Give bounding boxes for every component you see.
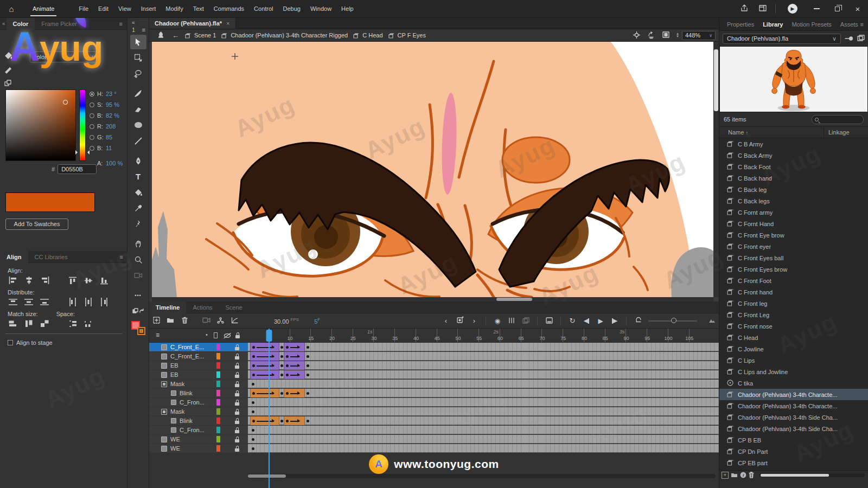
layer-name-cell[interactable]: EB bbox=[149, 361, 248, 370]
zoom-level-dropdown[interactable]: 448% ∨ bbox=[682, 31, 716, 40]
timeline-layer-row[interactable]: Mask bbox=[149, 380, 719, 388]
frames-track[interactable] bbox=[248, 435, 719, 444]
frames-track[interactable] bbox=[248, 398, 719, 407]
swap-colors-icon[interactable] bbox=[4, 80, 13, 87]
lock-icon[interactable] bbox=[234, 400, 240, 406]
scrollbar-thumb[interactable] bbox=[714, 49, 718, 111]
camera-tool[interactable] bbox=[130, 268, 146, 282]
color-type-dropdown[interactable]: color ∨ bbox=[30, 52, 99, 62]
color-value-field[interactable]: 208 bbox=[106, 123, 116, 130]
name-column-header[interactable]: Name ↑ bbox=[728, 129, 748, 136]
oval-tool[interactable] bbox=[130, 118, 146, 132]
menu-item[interactable]: Insert bbox=[136, 0, 161, 18]
lock-icon[interactable] bbox=[234, 354, 240, 359]
menu-item[interactable]: File bbox=[74, 0, 93, 18]
lock-icon[interactable] bbox=[234, 427, 240, 433]
timeline-layer-row[interactable]: C_Fron... bbox=[149, 398, 719, 407]
menu-item[interactable]: Control bbox=[249, 0, 278, 18]
lock-icon[interactable] bbox=[234, 409, 240, 415]
lock-icon[interactable] bbox=[234, 390, 240, 396]
layer-name-cell[interactable]: C_Fron... bbox=[149, 398, 248, 407]
line-tool[interactable] bbox=[130, 133, 146, 148]
library-item-row[interactable]: C Back Army bbox=[719, 150, 868, 161]
color-value-field[interactable]: 11 bbox=[106, 145, 112, 151]
timeline-layer-row[interactable]: WE bbox=[149, 444, 719, 453]
library-item-row[interactable]: C Front Eyes brow bbox=[719, 264, 868, 275]
slider-knob[interactable] bbox=[671, 318, 676, 323]
layer-color-chip[interactable] bbox=[216, 390, 220, 396]
swap-reset-colors[interactable] bbox=[130, 304, 146, 318]
timeline-layer-row[interactable]: C_Front_E... bbox=[149, 343, 719, 351]
fluid-brush-tool[interactable] bbox=[130, 86, 146, 101]
radio-button[interactable] bbox=[90, 124, 94, 129]
new-folder-button[interactable] bbox=[731, 472, 738, 479]
eraser-tool[interactable] bbox=[130, 102, 146, 117]
menu-item[interactable]: Debug bbox=[278, 0, 305, 18]
delete-item-button[interactable] bbox=[749, 472, 754, 479]
timeline-layer-row[interactable]: EB bbox=[149, 370, 719, 379]
library-item-row[interactable]: C Front Foot bbox=[719, 275, 868, 286]
clip-content-icon[interactable] bbox=[662, 31, 669, 39]
new-layer-button[interactable] bbox=[149, 317, 163, 325]
layer-color-chip[interactable] bbox=[216, 436, 220, 442]
step-back-button[interactable]: ◀ bbox=[579, 317, 593, 324]
align-center-v-icon[interactable] bbox=[83, 276, 94, 285]
match-height-icon[interactable] bbox=[23, 319, 34, 328]
tab-scene[interactable]: Scene bbox=[219, 301, 249, 313]
menu-item[interactable]: Help bbox=[336, 0, 359, 18]
picker-cursor[interactable] bbox=[63, 100, 68, 105]
create-classic-tween-button[interactable] bbox=[542, 317, 556, 325]
close-tab-icon[interactable]: × bbox=[226, 20, 229, 27]
panel-tab[interactable]: Motion Presets bbox=[787, 21, 835, 28]
timeline-layer-row[interactable]: Mask bbox=[149, 407, 719, 416]
frame-view-button[interactable] bbox=[227, 317, 241, 325]
layer-color-chip[interactable] bbox=[216, 353, 220, 359]
layer-color-chip[interactable] bbox=[216, 381, 220, 387]
menu-item[interactable]: Modify bbox=[161, 0, 188, 18]
library-item-row[interactable]: C Front hand bbox=[719, 286, 868, 298]
share-icon[interactable] bbox=[735, 4, 754, 14]
step-forward-button[interactable]: ▶ bbox=[608, 317, 622, 324]
hue-slider-handle[interactable] bbox=[77, 150, 88, 154]
pen-tool[interactable] bbox=[130, 153, 146, 168]
layer-color-chip[interactable] bbox=[216, 399, 220, 406]
match-both-icon[interactable] bbox=[39, 319, 50, 328]
lock-icon[interactable] bbox=[234, 446, 240, 452]
stroke-color-proxy-icon[interactable] bbox=[4, 66, 13, 74]
menu-item[interactable]: View bbox=[113, 0, 136, 18]
onion-skin-outlines-button[interactable] bbox=[505, 317, 519, 325]
lock-icon[interactable] bbox=[234, 381, 240, 387]
timeline-layer-row[interactable]: C_Fron... bbox=[149, 426, 719, 434]
free-transform-tool[interactable] bbox=[130, 50, 146, 65]
space-horizontal-icon[interactable] bbox=[83, 319, 94, 328]
library-item-row[interactable]: C Back legs bbox=[719, 195, 868, 207]
breadcrumb-item[interactable]: C Head bbox=[353, 32, 382, 38]
layer-color-chip[interactable] bbox=[216, 408, 220, 415]
library-horizontal-scrollbar[interactable] bbox=[760, 473, 865, 477]
align-top-icon[interactable] bbox=[67, 276, 78, 285]
distribute-right-icon[interactable] bbox=[99, 298, 110, 306]
panel-menu-icon[interactable]: ≡ bbox=[860, 21, 864, 28]
toolbar-menu-icon[interactable]: ≡ bbox=[142, 27, 145, 33]
fill-color-swatch[interactable] bbox=[137, 327, 145, 335]
library-item-row[interactable]: C Jowline bbox=[719, 343, 868, 355]
layer-name-cell[interactable]: WE bbox=[149, 444, 248, 453]
frame-rate[interactable]: 30.00 FPS bbox=[274, 317, 299, 325]
match-width-icon[interactable] bbox=[8, 319, 18, 328]
layer-color-chip[interactable] bbox=[216, 362, 220, 369]
restore-button[interactable] bbox=[827, 0, 847, 18]
layer-color-chip[interactable] bbox=[216, 445, 220, 452]
lock-icon[interactable] bbox=[234, 372, 240, 378]
tab-actions[interactable]: Actions bbox=[186, 301, 219, 313]
library-item-row[interactable]: Chadoor (Pehlvaan) 3-4th Characte... bbox=[719, 400, 868, 412]
timeline-layer-row[interactable]: Blink bbox=[149, 416, 719, 425]
library-item-row[interactable]: C Back leg bbox=[719, 184, 868, 195]
space-vertical-icon[interactable] bbox=[67, 319, 78, 328]
library-item-row[interactable]: Chadoor (Pehlvaan) 3-4th Side Cha... bbox=[719, 412, 868, 423]
back-icon[interactable]: ← bbox=[172, 31, 179, 40]
panel-menu-icon[interactable]: ≡ bbox=[120, 254, 123, 260]
zoom-stepper[interactable]: ▲▼ bbox=[676, 33, 679, 38]
close-button[interactable]: × bbox=[847, 0, 868, 18]
onion-skin-button[interactable]: ◉ bbox=[490, 317, 505, 325]
layer-name-cell[interactable]: C_Fron... bbox=[149, 426, 248, 434]
